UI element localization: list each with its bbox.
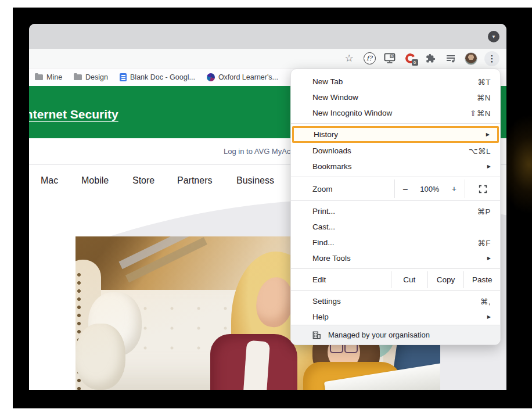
folder-icon xyxy=(35,74,43,80)
nav-item-partners[interactable]: Partners xyxy=(177,175,212,186)
menu-separator xyxy=(291,200,500,201)
extension-badge: 6 xyxy=(412,59,418,66)
menu-item-more-tools[interactable]: More Tools ▶ xyxy=(291,250,500,266)
menu-item-help[interactable]: Help ▶ xyxy=(291,309,500,325)
menu-item-cast[interactable]: Cast... xyxy=(291,219,500,235)
menu-item-label: Edit xyxy=(291,271,391,288)
menu-item-settings[interactable]: Settings ⌘, xyxy=(291,293,500,309)
menu-separator xyxy=(291,268,500,269)
chevron-down-icon: ▼ xyxy=(491,34,496,40)
shortcut-label: ⌘P xyxy=(477,207,491,216)
zoom-out-button[interactable]: – xyxy=(403,184,408,193)
extensions-button[interactable] xyxy=(423,52,437,66)
fx-extension-button[interactable]: f? xyxy=(362,52,376,66)
submenu-arrow-icon: ▶ xyxy=(486,132,490,137)
tab-search-button[interactable]: ▼ xyxy=(488,31,499,42)
window-titlebar: ▼ xyxy=(29,24,506,49)
menu-item-new-tab[interactable]: New Tab ⌘T xyxy=(291,74,500,89)
bookmark-label: Mine xyxy=(46,73,62,81)
browser-dropdown-menu: New Tab ⌘T New Window ⌘N New Incognito W… xyxy=(290,69,501,345)
menu-item-label: New Incognito Window xyxy=(312,109,392,117)
nav-item-mobile[interactable]: Mobile xyxy=(81,175,109,186)
media-queue-button[interactable] xyxy=(444,52,458,66)
bookmark-label: Design xyxy=(85,73,108,81)
menu-item-new-window[interactable]: New Window ⌘N xyxy=(291,89,500,105)
organisation-building-icon xyxy=(312,331,321,339)
red-c-icon: 6 xyxy=(405,53,415,63)
bookmark-blank-doc[interactable]: Blank Doc - Googl... xyxy=(120,73,195,81)
menu-item-label: Settings xyxy=(312,297,341,306)
edit-paste-button[interactable]: Paste xyxy=(463,271,500,288)
menu-item-downloads[interactable]: Downloads ⌥⌘L xyxy=(291,143,500,159)
menu-item-history[interactable]: History ▶ xyxy=(292,126,499,143)
shortcut-label: ⌘, xyxy=(480,297,491,306)
menu-item-label: Find... xyxy=(312,238,335,247)
submenu-arrow-icon: ▶ xyxy=(487,164,491,169)
menu-item-label: Cast... xyxy=(312,222,335,231)
menu-item-label: New Window xyxy=(312,93,358,102)
fx-icon: f? xyxy=(364,52,376,64)
nav-item-mac[interactable]: Mac xyxy=(41,175,58,186)
menu-item-label: Print... xyxy=(312,207,335,216)
submenu-arrow-icon: ▶ xyxy=(487,314,491,320)
fullscreen-button[interactable] xyxy=(465,180,500,198)
menu-separator xyxy=(291,177,500,177)
menu-item-label: Help xyxy=(312,313,329,321)
edit-cut-button[interactable]: Cut xyxy=(391,271,427,288)
submenu-arrow-icon: ▶ xyxy=(487,256,491,261)
menu-item-find[interactable]: Find... ⌘F xyxy=(291,235,500,250)
folder-icon xyxy=(74,74,82,80)
menu-separator xyxy=(291,123,500,124)
bookmark-folder-design[interactable]: Design xyxy=(74,73,108,81)
shortcut-label: ⇧⌘N xyxy=(470,109,491,118)
playlist-icon xyxy=(445,53,456,63)
edit-copy-button[interactable]: Copy xyxy=(427,271,464,288)
puzzle-icon xyxy=(426,53,436,63)
menu-item-label: Zoom xyxy=(291,180,394,198)
menu-item-bookmarks[interactable]: Bookmarks ▶ xyxy=(291,159,500,174)
menu-item-label: New Tab xyxy=(312,77,343,86)
menu-item-label: More Tools xyxy=(312,254,351,263)
screen-cast-extension-button[interactable]: 0 xyxy=(383,52,397,66)
shortcut-label: ⌘N xyxy=(477,93,491,102)
zoom-in-button[interactable]: + xyxy=(452,184,456,193)
shortcut-label: ⌥⌘L xyxy=(469,146,491,156)
menu-item-label: Downloads xyxy=(312,146,351,155)
kebab-menu-icon: ⋮ xyxy=(488,53,497,64)
star-icon: ☆ xyxy=(344,53,353,63)
bookmark-label: Oxford Learner's... xyxy=(218,73,278,81)
menu-item-edit: Edit Cut Copy Paste xyxy=(291,271,500,288)
menu-separator xyxy=(291,290,500,291)
bookmark-label: Blank Doc - Googl... xyxy=(130,73,195,81)
avatar xyxy=(465,52,477,65)
browser-toolbar: ☆ f? 0 6 xyxy=(29,49,506,68)
page-title-link[interactable]: Internet Security xyxy=(29,107,118,121)
menu-item-print[interactable]: Print... ⌘P xyxy=(291,203,500,219)
browser-menu-button[interactable]: ⋮ xyxy=(484,51,499,66)
managed-label: Managed by your organisation xyxy=(328,331,430,339)
zoom-level-value: 100% xyxy=(420,185,439,193)
menu-item-new-incognito-window[interactable]: New Incognito Window ⇧⌘N xyxy=(291,105,500,121)
google-doc-icon xyxy=(120,73,127,81)
shortcut-label: ⌘T xyxy=(477,77,491,87)
nav-item-business[interactable]: Business xyxy=(236,175,274,186)
menu-item-label: History xyxy=(314,130,338,139)
monitor-icon: 0 xyxy=(384,53,396,64)
red-c-extension-button[interactable]: 6 xyxy=(403,52,417,66)
nav-item-store[interactable]: Store xyxy=(132,175,154,186)
fullscreen-icon xyxy=(479,185,487,193)
managed-by-organisation-row[interactable]: Managed by your organisation xyxy=(291,325,500,344)
shortcut-label: ⌘F xyxy=(477,238,491,247)
bookmark-oxford[interactable]: Oxford Learner's... xyxy=(207,73,278,81)
profile-button[interactable] xyxy=(464,52,478,66)
menu-item-label: Bookmarks xyxy=(312,162,352,171)
bookmark-folder-mine[interactable]: Mine xyxy=(35,73,62,81)
zoom-controls: – 100% + xyxy=(394,180,465,198)
oxford-site-icon xyxy=(207,73,215,81)
bookmark-star-button[interactable]: ☆ xyxy=(342,52,356,66)
menu-item-zoom: Zoom – 100% + xyxy=(291,180,500,198)
screenshot-stage: ▼ ☆ f? 0 6 xyxy=(0,0,532,420)
